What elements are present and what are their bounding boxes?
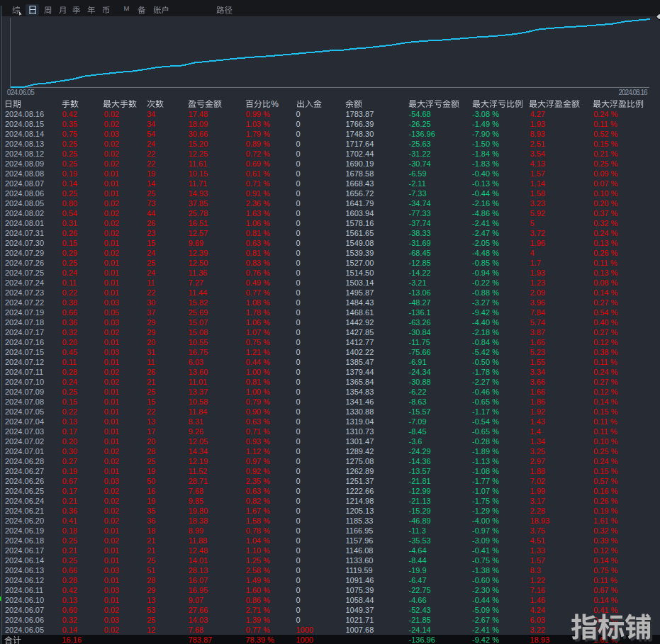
svg-text:024.06.05: 024.06.05	[7, 89, 35, 96]
svg-text:2024.08.16: 2024.08.16	[619, 89, 648, 96]
